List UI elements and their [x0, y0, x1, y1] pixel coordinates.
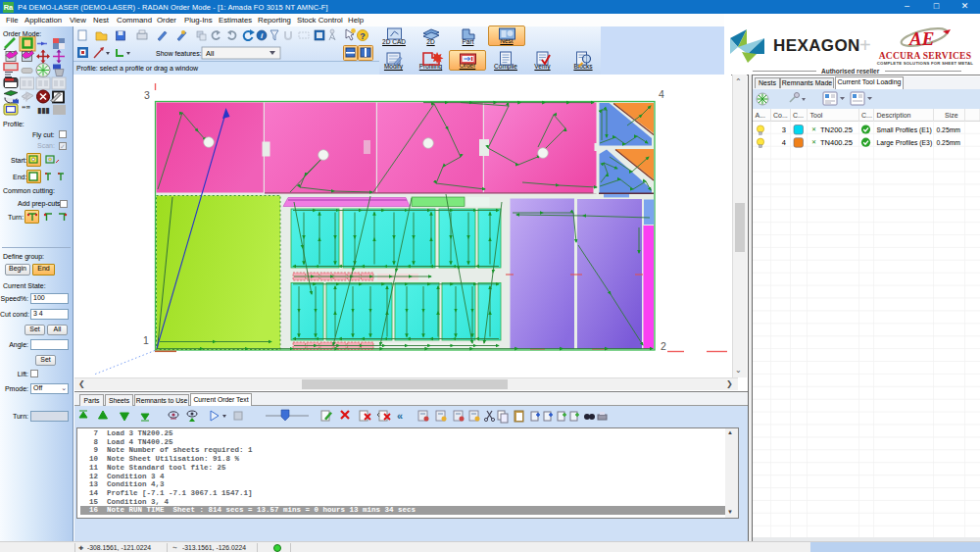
svg-text:1: 1	[143, 334, 149, 346]
svg-text:ACCURA SERVICES: ACCURA SERVICES	[879, 51, 972, 61]
svg-text:Small Profiles (E1): Small Profiles (E1)	[877, 126, 932, 134]
svg-text:COMPLETE SOLUTIONS FOR SHEET M: COMPLETE SOLUTIONS FOR SHEET METAL	[877, 61, 974, 66]
svg-text:0.25mm: 0.25mm	[936, 139, 960, 146]
svg-text:2: 2	[661, 340, 666, 352]
svg-text:C...: C...	[793, 112, 804, 119]
svg-text:3: 3	[782, 125, 786, 134]
svg-text:✕: ✕	[811, 139, 816, 145]
svg-text:?: ?	[360, 31, 366, 41]
svg-text:▮▮▮: ▮▮▮	[37, 106, 49, 115]
svg-text:C...: C...	[861, 112, 872, 119]
svg-text:All: All	[206, 49, 215, 58]
svg-text:TN200.25: TN200.25	[820, 125, 853, 134]
svg-text:Large Profiles (E3): Large Profiles (E3)	[877, 139, 933, 147]
svg-text:0.25mm: 0.25mm	[936, 126, 960, 133]
svg-text:Tool: Tool	[810, 112, 823, 119]
svg-text:Size: Size	[945, 112, 958, 119]
svg-text:AE: AE	[908, 28, 934, 49]
svg-text:Description: Description	[877, 112, 911, 120]
svg-text:A...: A...	[756, 112, 766, 119]
svg-text:3: 3	[144, 89, 150, 101]
svg-text:4: 4	[659, 88, 664, 100]
svg-text:TN400.25: TN400.25	[820, 138, 853, 147]
svg-text:«: «	[397, 410, 403, 422]
svg-text:Show features:: Show features:	[156, 50, 202, 57]
svg-text:HEXAGON: HEXAGON	[773, 36, 860, 55]
svg-text:Co...: Co...	[773, 112, 788, 119]
svg-text:✕: ✕	[811, 126, 816, 132]
svg-text:“”: “”	[22, 104, 30, 114]
svg-text:+: +	[859, 34, 871, 56]
svg-text:4: 4	[782, 138, 786, 147]
